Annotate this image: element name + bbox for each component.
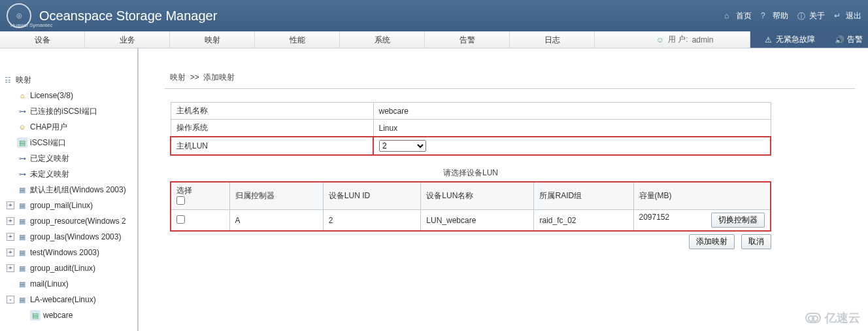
tree-item[interactable]: ▦mail(Linux) — [0, 276, 137, 292]
tree-item[interactable]: ⊶未定义映射 — [0, 166, 137, 182]
nav-alarm-btn[interactable]: 🔊 告警 — [829, 31, 868, 48]
crumb-sep: >> — [190, 73, 199, 82]
app-header: ◎ Huawei Symantec Oceanspace Storage Man… — [0, 0, 868, 31]
tree-item-label: group_resource(Windows 2 — [30, 217, 126, 226]
tree-item-label: 默认主机组(Windows 2003) — [30, 184, 126, 196]
user-name: admin — [692, 35, 714, 44]
tree-item-label: License(3/8) — [30, 91, 73, 100]
tree-item[interactable]: ⌂License(3/8) — [0, 88, 137, 103]
switch-controller-button[interactable]: 切换控制器 — [711, 213, 765, 228]
tree-item-label: LA-webcare(Linux) — [30, 295, 96, 304]
nav-performance[interactable]: 性能 — [255, 31, 340, 48]
add-mapping-button[interactable]: 添加映射 — [689, 234, 735, 249]
nav-alarm[interactable]: 告警 — [425, 31, 510, 48]
main-panel: 映射 >> 添加映射 主机名称 webcare 操作系统 Linux 主机LUN… — [139, 48, 868, 331]
crumb-a[interactable]: 映射 — [170, 73, 186, 82]
select-all-checkbox[interactable] — [176, 196, 185, 205]
tree-item-label: iSCSI端口 — [30, 137, 66, 148]
toggle-spacer — [7, 154, 14, 162]
logout-link[interactable]: ↵退出 — [834, 10, 861, 22]
col-controller: 归属控制器 — [229, 182, 323, 210]
tree-item-label: group_las(Windows 2003) — [30, 232, 121, 241]
host-name-label: 主机名称 — [171, 103, 373, 120]
lun-table: 选择 归属控制器 设备LUN ID 设备LUN名称 所属RAID组 容量(MB)… — [170, 181, 771, 232]
home-link[interactable]: ⌂首页 — [724, 10, 752, 22]
about-label: 关于 — [809, 10, 825, 22]
host-form: 主机名称 webcare 操作系统 Linux 主机LUN 2 — [170, 102, 771, 156]
alarm-label: 告警 — [847, 34, 863, 45]
home-icon: ⌂ — [724, 11, 733, 20]
expand-icon[interactable]: + — [7, 249, 14, 256]
tree-item[interactable]: +▦test(Windows 2003) — [0, 245, 137, 260]
watermark-icon — [805, 313, 821, 323]
tree-item[interactable]: +▦group_resource(Windows 2 — [0, 213, 137, 229]
action-bar: 添加映射 取消 — [170, 234, 771, 249]
expand-icon[interactable]: + — [7, 217, 14, 225]
tree-item[interactable]: +▦group_audit(Linux) — [0, 260, 137, 276]
header-links: ⌂首页 ?帮助 ⓘ关于 ↵退出 — [724, 10, 861, 22]
port-icon: ⊶ — [17, 153, 27, 164]
watermark-text: 亿速云 — [825, 310, 860, 326]
nav-system[interactable]: 系统 — [340, 31, 425, 48]
grp-icon: ▦ — [17, 294, 27, 305]
toggle-spacer — [7, 139, 14, 147]
nav-mapping[interactable]: 映射 — [170, 31, 255, 48]
tree-item[interactable]: ⊶已连接的iSCSI端口 — [0, 103, 137, 119]
main-nav: 设备 业务 映射 性能 系统 告警 日志 ☺ 用 户:admin ⚠ 无紧急故障… — [0, 31, 868, 48]
host-lun-select[interactable]: 2 — [379, 140, 426, 152]
user-icon: ☺ — [656, 35, 664, 44]
nav-service[interactable]: 业务 — [85, 31, 170, 48]
nav-user: ☺ 用 户:admin — [620, 31, 750, 48]
tree-item-label: 已定义映射 — [30, 153, 69, 164]
col-raid: 所属RAID组 — [534, 182, 633, 210]
help-icon: ? — [761, 11, 770, 20]
logout-icon: ↵ — [834, 11, 843, 20]
host-lun-label: 主机LUN — [171, 137, 373, 155]
breadcrumb: 映射 >> 添加映射 — [165, 67, 855, 89]
grp-icon: ▦ — [17, 200, 27, 211]
col-capacity-label: 容量(MB) — [639, 191, 672, 200]
info-icon: ⓘ — [797, 11, 807, 20]
tree-child-item[interactable]: ▤webcare — [0, 307, 137, 323]
grp-icon: ▦ — [17, 232, 27, 242]
tree-item[interactable]: ⊶已定义映射 — [0, 150, 137, 166]
row-capacity: 2097152 切换控制器 — [633, 210, 771, 232]
user-prefix: 用 户: — [668, 34, 688, 45]
tree-item-label: 已连接的iSCSI端口 — [30, 106, 97, 117]
tree-item[interactable]: +▦group_mail(Linux) — [0, 198, 137, 213]
about-link[interactable]: ⓘ关于 — [797, 10, 825, 22]
doc-icon: ▤ — [30, 310, 41, 321]
no-fault-label: 无紧急故障 — [776, 34, 815, 45]
expand-icon[interactable]: + — [7, 264, 14, 272]
help-link[interactable]: ?帮助 — [761, 10, 788, 22]
toggle-spacer — [7, 170, 14, 178]
nav-device[interactable]: 设备 — [0, 31, 85, 48]
tree-item[interactable]: +▦group_las(Windows 2003) — [0, 229, 137, 245]
grp-icon: ▦ — [17, 247, 27, 258]
host-lun-cell: 2 — [373, 137, 771, 155]
tree-root[interactable]: ☷ 映射 — [0, 72, 137, 88]
toggle-spacer — [7, 123, 14, 131]
table-row[interactable]: A 2 LUN_webcare raid_fc_02 2097152 切换控制器 — [171, 210, 771, 232]
tree-item[interactable]: ▦默认主机组(Windows 2003) — [0, 182, 137, 198]
tree-item[interactable]: ▤iSCSI端口 — [0, 135, 137, 150]
grp-icon: ▦ — [17, 279, 27, 289]
tree-item[interactable]: -▦LA-webcare(Linux) — [0, 292, 137, 307]
row-checkbox[interactable] — [176, 215, 185, 224]
nav-log[interactable]: 日志 — [510, 31, 595, 48]
tree-item[interactable]: ☺CHAP用户 — [0, 119, 137, 135]
tree-item-label: group_mail(Linux) — [30, 201, 93, 210]
tree-child-label: webcare — [43, 311, 73, 320]
os-value: Linux — [373, 120, 771, 137]
user-icon: ☺ — [17, 122, 27, 132]
expand-icon[interactable]: + — [7, 233, 14, 241]
tree-item-label: mail(Linux) — [30, 279, 69, 288]
expand-icon[interactable]: + — [7, 201, 14, 209]
col-select: 选择 — [171, 182, 229, 210]
cancel-button[interactable]: 取消 — [741, 234, 771, 249]
lun-section-title: 请选择设备LUN — [170, 167, 771, 179]
collapse-icon[interactable]: - — [7, 296, 14, 304]
nav-no-fault[interactable]: ⚠ 无紧急故障 — [750, 31, 829, 48]
tree-root-label: 映射 — [16, 75, 31, 86]
brand-logo-text: Huawei Symantec — [10, 22, 52, 28]
